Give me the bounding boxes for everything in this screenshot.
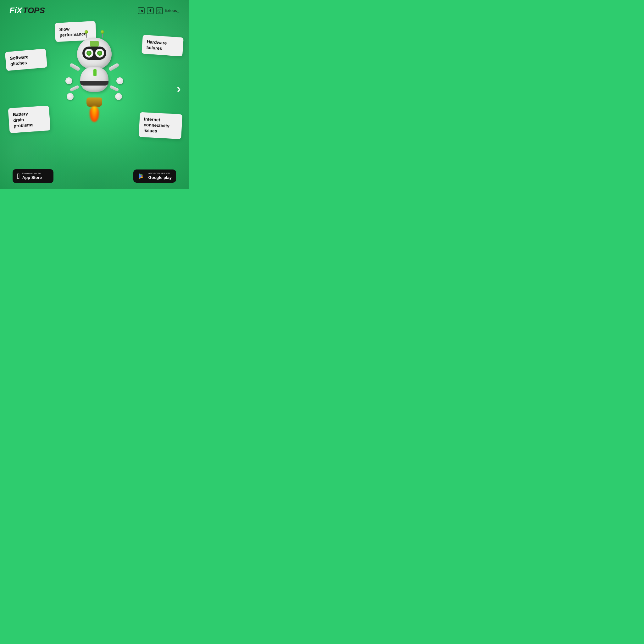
pupil-left (86, 51, 92, 56)
lower-hand-right (115, 93, 122, 100)
google-play-text: ANDROID APP ON Google play (148, 172, 172, 180)
app-store-title: App Store (22, 175, 42, 180)
app-store-button[interactable]:  Download on the App Store (13, 169, 53, 183)
robot-eye-left (85, 49, 93, 58)
robot-head (77, 38, 112, 69)
google-play-title: Google play (148, 175, 172, 180)
lower-arm-left (69, 85, 79, 92)
app-buttons:  Download on the App Store ANDROID APP … (0, 169, 189, 183)
svg-point-0 (140, 9, 140, 10)
card-hardware-text: Hardwarefailures (146, 39, 167, 51)
hand-left (65, 77, 72, 84)
logo: FiX TOPS (9, 6, 45, 15)
logo-tops: TOPS (23, 6, 45, 15)
card-internet-text: Internetconnectivityissues (143, 116, 169, 134)
robot-eye-right (95, 49, 104, 58)
robot (63, 38, 126, 138)
robot-jetpack (86, 97, 102, 107)
linkedin-icon[interactable] (138, 7, 145, 14)
google-play-icon (138, 172, 146, 180)
antenna-left (86, 32, 87, 38)
arm-left (69, 63, 81, 71)
logo-fix: FiX (9, 6, 22, 15)
arm-right (108, 63, 119, 71)
facebook-icon[interactable] (147, 7, 154, 14)
card-battery-text: Batterydrainproblems (13, 111, 34, 129)
chevron-icon[interactable]: › (177, 82, 181, 96)
card-battery-drain: Batterydrainproblems (8, 106, 50, 133)
card-software-glitches: Softwareglitches (5, 48, 47, 71)
forehead-patch (90, 41, 99, 47)
body-indicator (93, 69, 97, 76)
card-slow-text: Slowperformance (59, 26, 86, 38)
header: FiX TOPS (0, 6, 189, 15)
robot-illustration (63, 38, 126, 138)
pupil-right (97, 51, 102, 56)
app-store-text: Download on the App Store (22, 172, 42, 180)
svg-rect-1 (158, 9, 161, 12)
google-play-subtitle: ANDROID APP ON (148, 172, 172, 175)
apple-icon:  (17, 172, 20, 180)
antenna-right (102, 32, 103, 38)
hand-right (116, 77, 123, 84)
instagram-icon[interactable] (156, 7, 163, 14)
robot-flame (90, 106, 99, 122)
social-handle: fixtops_ (165, 8, 179, 13)
app-store-subtitle: Download on the (22, 172, 42, 175)
card-internet-connectivity: Internetconnectivityissues (139, 112, 182, 139)
card-hardware-failures: Hardwarefailures (142, 35, 184, 57)
lower-arm-right (109, 85, 119, 92)
lower-hand-left (67, 93, 74, 100)
google-play-button[interactable]: ANDROID APP ON Google play (133, 169, 176, 183)
page-container: FiX TOPS (0, 0, 189, 189)
social-links: fixtops_ (138, 7, 179, 14)
card-software-text: Softwareglitches (10, 54, 29, 66)
robot-goggles (82, 47, 106, 60)
